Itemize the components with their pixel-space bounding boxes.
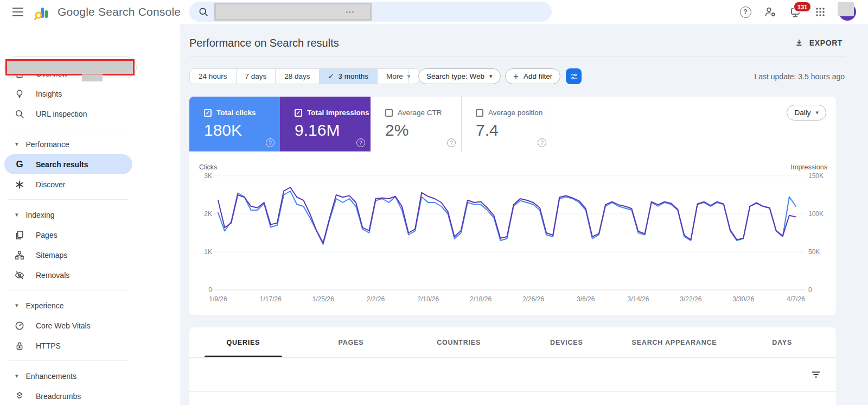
sidebar-section-label: Performance (26, 140, 69, 149)
sidebar-section-label: Indexing (26, 211, 55, 219)
chevron-down-icon: ▾ (489, 73, 493, 80)
title-divider (189, 56, 845, 57)
search-console-logo-icon (34, 3, 52, 21)
breadcrumbs-icon (14, 391, 25, 402)
apps-grid-icon[interactable] (814, 5, 827, 18)
page-title: Performance on Search results (189, 37, 339, 49)
chevron-down-icon: ▾ (15, 212, 18, 218)
axis-tick-label: 3K (189, 172, 212, 180)
tab-label: PAGES (339, 339, 364, 346)
property-selector[interactable] (4, 56, 137, 78)
search-icon (14, 109, 25, 119)
tab-countries[interactable]: COUNTRIES (405, 327, 513, 357)
sidebar-section-indexing[interactable]: ▾ Indexing (0, 205, 180, 225)
sidebar-item-label: Pages (36, 231, 58, 239)
app-logo[interactable]: Google Search Console (34, 3, 181, 21)
add-filter-button[interactable]: + Add filter (505, 68, 560, 84)
table-filter-row (189, 358, 836, 392)
chip-label: 7 days (245, 72, 267, 80)
sidebar-item-search-results[interactable]: G Search results (4, 154, 132, 174)
sidebar-item-label: Sitemaps (36, 251, 67, 260)
filter-settings-button[interactable] (566, 68, 582, 84)
tab-queries[interactable]: QUERIES (189, 327, 297, 357)
export-button[interactable]: EXPORT (794, 38, 843, 48)
sidebar-divider (9, 290, 128, 290)
sidebar-divider (9, 199, 128, 200)
tab-search-appearance[interactable]: SEARCH APPEARANCE (621, 327, 729, 357)
chip-24-hours[interactable]: 24 hours (190, 69, 236, 84)
sidebar-section-label: Experience (26, 301, 64, 310)
axis-tick-label: 0 (808, 286, 835, 294)
sidebar-item-core-web-vitals[interactable]: Core Web Vitals (0, 315, 180, 336)
chip-7-days[interactable]: 7 days (236, 69, 276, 84)
x-axis-label: 2/10/26 (409, 295, 447, 303)
sidebar-item-breadcrumbs[interactable]: Breadcrumbs (0, 386, 180, 405)
tab-days[interactable]: DAYS (728, 327, 836, 357)
g-glyph: G (16, 160, 23, 169)
x-axis-label: 2/18/26 (462, 295, 500, 303)
tab-label: COUNTRIES (437, 339, 481, 346)
tab-devices[interactable]: DEVICES (513, 327, 621, 357)
chip-3-months[interactable]: ✓3 months (319, 69, 377, 84)
sidebar-item-removals[interactable]: Removals (0, 265, 180, 285)
chip-label: 3 months (339, 72, 369, 80)
sidebar-divider (9, 129, 128, 129)
axis-tick-label: 150K (808, 172, 835, 180)
search-type-filter[interactable]: Search type: Web ▾ (418, 68, 501, 84)
lock-icon (14, 340, 25, 351)
sidebar-item-label: Search results (36, 160, 88, 169)
performance-chart-card: ✓Total clicks 180K ? ✓Total impressions … (189, 97, 836, 315)
sidebar-item-label: Discover (36, 180, 65, 189)
sidebar-nav: Overview Insights URL inspection ▾ Perfo… (0, 64, 180, 405)
x-axis-label: 3/14/26 (620, 295, 658, 303)
tab-pages[interactable]: PAGES (297, 327, 405, 357)
performance-chart[interactable] (189, 97, 836, 315)
sidebar-divider (9, 360, 128, 361)
user-settings-icon[interactable] (764, 5, 777, 18)
sidebar-item-discover[interactable]: Discover (0, 174, 180, 194)
sidebar-item-label: Removals (36, 271, 69, 280)
discover-asterisk-icon (14, 179, 25, 190)
sidebar-item-sitemaps[interactable]: Sitemaps (0, 245, 180, 265)
question-mark-glyph: ? (740, 7, 751, 18)
sitemap-icon (14, 250, 25, 261)
chip-more[interactable]: More▾ (377, 69, 419, 84)
search-type-label: Search type: Web (426, 72, 484, 80)
series-line-impressions (218, 187, 796, 243)
filter-list-icon[interactable] (811, 370, 821, 379)
chip-28-days[interactable]: 28 days (275, 69, 318, 84)
search-bar[interactable]: ••• (189, 2, 552, 22)
axis-tick-label: 2K (189, 210, 212, 218)
axis-tick-label: 100K (808, 210, 835, 218)
redacted-search-query: ••• (214, 3, 372, 21)
sidebar-section-enhancements[interactable]: ▾ Enhancements (0, 366, 180, 386)
page: Google Search Console ••• ? 131 (0, 0, 868, 405)
sidebar-item-pages[interactable]: Pages (0, 225, 180, 245)
chip-label: More (386, 72, 403, 80)
avatar[interactable] (839, 3, 856, 21)
date-range-group: 24 hours 7 days 28 days ✓3 months More▾ (189, 68, 419, 84)
x-axis-label: 3/30/26 (724, 295, 762, 303)
sidebar-section-experience[interactable]: ▾ Experience (0, 295, 180, 315)
x-axis-label: 4/7/26 (777, 295, 815, 303)
sidebar-item-insights[interactable]: Insights (0, 84, 180, 104)
last-update-text: Last update: 3.5 hours ago (754, 72, 845, 81)
chevron-down-icon: ▾ (15, 373, 18, 379)
add-filter-label: Add filter (524, 72, 552, 80)
sidebar-section-performance[interactable]: ▾ Performance (0, 134, 180, 154)
help-icon[interactable]: ? (739, 5, 752, 18)
x-axis-label: 2/26/26 (514, 295, 552, 303)
x-axis-label: 1/25/26 (304, 295, 342, 303)
sidebar-item-url-inspection[interactable]: URL inspection (0, 104, 180, 124)
tab-label: DEVICES (550, 339, 583, 346)
pages-icon (14, 230, 25, 241)
sidebar-item-https[interactable]: HTTPS (0, 336, 180, 356)
x-axis-label: 2/2/26 (356, 295, 394, 303)
x-axis-label: 1/9/26 (199, 295, 237, 303)
tune-sliders-icon (570, 72, 578, 81)
notifications-icon[interactable]: 131 (789, 5, 802, 18)
x-axis-label: 3/6/26 (567, 295, 605, 303)
header-actions: ? 131 (739, 0, 856, 24)
menu-icon[interactable] (12, 7, 24, 17)
plus-icon: + (513, 72, 519, 81)
